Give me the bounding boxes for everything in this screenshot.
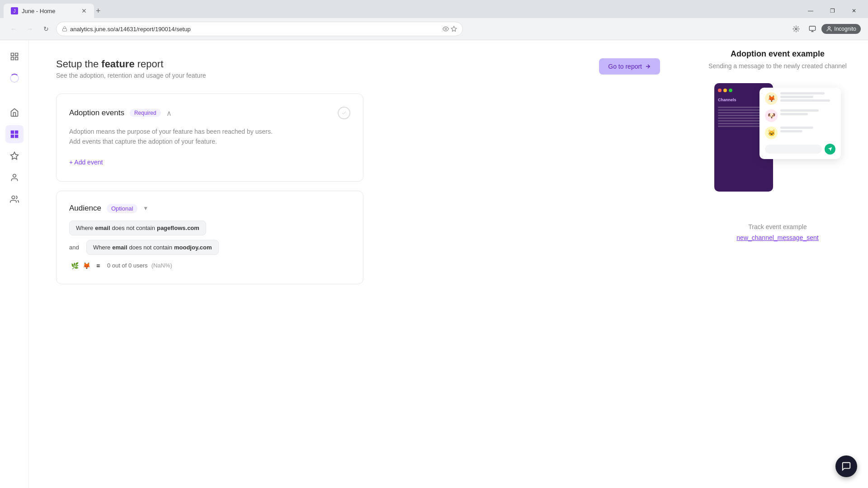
audience-dropdown-arrow[interactable]: ▼ (143, 205, 148, 211)
avatar-group: 🌿 🦊 ≡ (69, 260, 104, 271)
track-event-link[interactable]: new_channel_message_sent (705, 234, 850, 241)
main-content: Setup the feature report See the adoptio… (29, 40, 687, 488)
chat-content-2 (780, 109, 835, 115)
chat-row-3: 🐱 (765, 127, 835, 139)
example-subtitle: Sending a message to the newly created c… (705, 62, 850, 70)
browser-right-icons: Incognito (789, 22, 861, 36)
new-tab-button[interactable]: + (96, 6, 101, 16)
dot-yellow (723, 89, 727, 92)
filter1-condition: does not contain (112, 225, 155, 231)
filter1-value: pageflows.com (157, 225, 199, 231)
arrow-right-icon (645, 63, 651, 70)
tab-favicon: J (11, 7, 18, 14)
page-title: Setup the feature report (56, 58, 206, 70)
svg-point-3 (795, 28, 797, 30)
title-bold: feature (101, 58, 134, 70)
add-event-label: + Add event (69, 159, 103, 166)
star-icon[interactable] (451, 26, 457, 32)
back-button[interactable]: ← (7, 23, 20, 35)
send-icon (828, 147, 832, 151)
sidebar-item-home[interactable] (5, 103, 24, 122)
chat-avatar-1: 🦊 (765, 92, 778, 105)
chat-widget-icon (841, 461, 851, 471)
avatar-1: 🌿 (69, 260, 80, 271)
adoption-desc-line1: Adoption means the purpose of your featu… (69, 127, 350, 136)
adoption-card-title: Adoption events (69, 108, 124, 117)
filter1-field: email (95, 225, 110, 231)
profile-icon[interactable] (805, 22, 820, 36)
audience-card: Audience Optional ▼ Where email does not… (56, 191, 363, 284)
page-header: Setup the feature report See the adoptio… (56, 58, 660, 79)
lock-icon (62, 26, 67, 32)
avatar-3: ≡ (93, 260, 104, 271)
go-to-report-button[interactable]: Go to report (599, 58, 660, 75)
window-controls: — ❐ ✕ (800, 4, 864, 18)
chat-avatar-2: 🐶 (765, 109, 778, 122)
title-prefix: Setup the (56, 58, 101, 70)
stats-pct: (NaN%) (151, 262, 172, 269)
view-icon (443, 26, 449, 32)
sidebar-item-groups[interactable] (5, 190, 24, 208)
page-subtitle: See the adoption, retention and usage of… (56, 72, 206, 79)
chat-widget-button[interactable] (835, 455, 857, 477)
filter-connector: and (69, 244, 83, 251)
maximize-button[interactable]: ❐ (822, 4, 843, 18)
svg-rect-0 (63, 29, 67, 32)
chat-input-area (765, 144, 835, 155)
sidebar-item-explore[interactable] (5, 147, 24, 165)
filter-tag-1[interactable]: Where email does not contain pageflows.c… (69, 221, 206, 235)
track-event-label: Track event example (705, 223, 850, 230)
tab-title: June - Home (22, 8, 55, 14)
filter2-value: moodjoy.com (174, 244, 212, 251)
reload-button[interactable]: ↻ (40, 23, 52, 35)
tab-bar: J June - Home ✕ + — ❐ ✕ (0, 0, 868, 18)
svg-rect-6 (11, 131, 14, 134)
right-panel: Adoption event example Sending a message… (687, 40, 868, 488)
svg-point-1 (445, 28, 447, 30)
filter2-prefix: Where (93, 244, 110, 251)
chat-content-3 (780, 127, 835, 132)
chat-row-1: 🦊 (765, 92, 835, 105)
sidebar-item-users[interactable] (5, 169, 24, 187)
url-bar[interactable]: analytics.june.so/a/14631/report/190014/… (56, 22, 463, 36)
adoption-collapse-button[interactable]: ∧ (166, 109, 172, 117)
adoption-card-header: Adoption events Required ∧ (69, 107, 350, 119)
example-title: Adoption event example (705, 49, 850, 59)
filter-row-2: and Where email does not contain moodjoy… (69, 240, 350, 255)
audience-stats: 🌿 🦊 ≡ 0 out of 0 users (NaN%) (69, 260, 350, 271)
adoption-card-actions (338, 107, 350, 119)
svg-point-11 (13, 174, 16, 178)
close-window-button[interactable]: ✕ (844, 4, 864, 18)
svg-rect-8 (11, 135, 14, 138)
optional-badge: Optional (107, 204, 137, 213)
active-tab[interactable]: J June - Home ✕ (4, 4, 94, 18)
svg-point-5 (828, 27, 830, 29)
filter1-prefix: Where (76, 225, 93, 231)
sidebar (0, 40, 29, 488)
svg-marker-2 (451, 26, 457, 31)
sidebar-item-reports[interactable] (5, 125, 24, 143)
channels-label: Channels (718, 98, 736, 102)
tab-close-button[interactable]: ✕ (81, 7, 87, 14)
chat-avatar-3: 🐱 (765, 127, 778, 139)
sidebar-item-logo[interactable] (5, 47, 24, 66)
incognito-button[interactable]: Incognito (821, 24, 861, 34)
svg-rect-9 (15, 135, 18, 138)
address-bar: ← → ↻ analytics.june.so/a/14631/report/1… (0, 18, 868, 40)
dot-red (718, 89, 722, 92)
svg-point-12 (12, 196, 15, 199)
svg-rect-7 (15, 131, 18, 134)
browser-menu-icon[interactable] (789, 22, 803, 36)
svg-rect-4 (810, 26, 816, 30)
add-event-button[interactable]: + Add event (69, 156, 103, 169)
forward-button[interactable]: → (24, 23, 36, 35)
chat-panel: 🦊 🐶 🐱 (760, 88, 841, 159)
incognito-label: Incognito (834, 26, 856, 32)
adoption-card-description: Adoption means the purpose of your featu… (69, 127, 350, 147)
url-text: analytics.june.so/a/14631/report/190014/… (70, 26, 191, 33)
title-suffix: report (135, 58, 164, 70)
required-badge: Required (130, 109, 161, 117)
minimize-button[interactable]: — (800, 4, 821, 18)
stats-text: 0 out of 0 users (107, 262, 148, 269)
filter-tag-2[interactable]: Where email does not contain moodjoy.com (86, 240, 219, 255)
